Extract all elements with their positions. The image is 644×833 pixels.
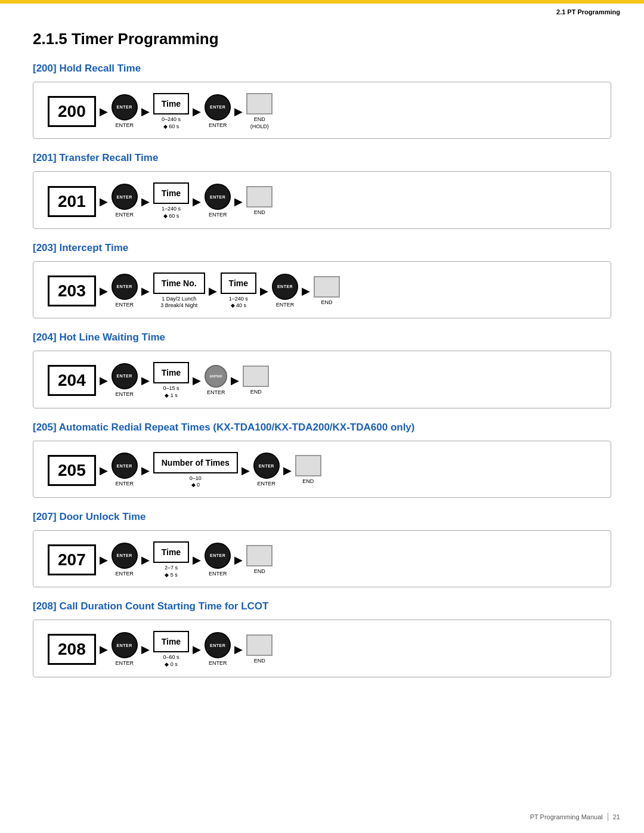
enter-sublabel: ENTER xyxy=(115,660,134,667)
sections-container: [200] Hold Recall Time200▶ENTERENTER▶Tim… xyxy=(33,63,611,677)
arrow-icon: ▶ xyxy=(234,643,243,656)
end-sublabel: END xyxy=(250,389,262,396)
pill-wrap: Time1–240 s ◆ 40 s xyxy=(221,272,256,309)
arrow-icon: ▶ xyxy=(100,284,108,298)
enter-button[interactable]: ENTER xyxy=(112,453,138,479)
code-number: 204 xyxy=(48,365,96,396)
arrow-icon: ▶ xyxy=(141,284,150,298)
enter-button[interactable]: ENTER xyxy=(112,363,138,389)
enter-button[interactable]: ENTER xyxy=(112,632,138,658)
end-box-wrap: END (HOLD) xyxy=(246,93,273,130)
arrow-icon: ▶ xyxy=(231,374,239,387)
enter-label: ENTER xyxy=(277,284,293,289)
end-box xyxy=(246,186,273,208)
end-box xyxy=(246,634,273,656)
section-heading-201: [201] Transfer Recall Time xyxy=(33,152,611,164)
diagram-box-207: 207▶ENTERENTER▶Time2–7 s ◆ 5 s▶ENTERENTE… xyxy=(33,530,611,587)
header-section-title: 2.1 PT Programming xyxy=(556,8,620,16)
end-box xyxy=(246,545,273,566)
enter-button-wrap: ENTERENTER xyxy=(112,274,138,309)
arrow-icon: ▶ xyxy=(209,284,217,298)
enter-button[interactable]: ENTER xyxy=(112,184,138,210)
end-sublabel: END xyxy=(254,568,265,575)
enter-button[interactable]: ENTER xyxy=(205,632,231,658)
diagram-box-205: 205▶ENTERENTER▶Number of Times0–10 ◆ 0▶E… xyxy=(33,441,611,498)
arrow-icon: ▶ xyxy=(242,464,250,477)
enter-button[interactable]: ENTER xyxy=(205,184,231,210)
enter-label: ENTER xyxy=(117,464,132,468)
arrow-icon: ▶ xyxy=(141,105,150,118)
enter-label: ENTER xyxy=(210,105,225,109)
diagram-box-201: 201▶ENTERENTER▶Time1–240 s ◆ 60 s▶ENTERE… xyxy=(33,171,611,228)
enter-button[interactable]: ENTER xyxy=(112,274,138,300)
code-number: 208 xyxy=(48,634,96,665)
diagram-box-200: 200▶ENTERENTER▶Time0–240 s ◆ 60 s▶ENTERE… xyxy=(33,82,611,139)
enter-button-wrap: ENTERENTER xyxy=(112,632,138,667)
enter-small-button[interactable]: ENTER xyxy=(205,365,227,388)
pill-wrap: Time0–240 s ◆ 60 s xyxy=(153,93,189,130)
pill-wrap: Number of Times0–10 ◆ 0 xyxy=(153,452,238,489)
enter-sublabel: ENTER xyxy=(209,122,227,129)
enter-button-wrap: ENTERENTER xyxy=(205,94,231,129)
enter-button[interactable]: ENTER xyxy=(112,94,138,120)
enter-sublabel: ENTER xyxy=(115,302,134,309)
enter-sublabel: ENTER xyxy=(115,212,134,219)
pill-sublabel: 0–60 s ◆ 0 s xyxy=(163,654,179,668)
enter-button-wrap: ENTERENTER xyxy=(112,453,138,488)
enter-label: ENTER xyxy=(117,643,132,648)
end-sublabel: END xyxy=(302,478,314,485)
code-number: 205 xyxy=(48,455,96,486)
arrow-icon: ▶ xyxy=(260,284,268,298)
code-block-204: 204 xyxy=(48,365,96,396)
enter-button[interactable]: ENTER xyxy=(112,543,138,569)
arrow-icon: ▶ xyxy=(193,105,201,118)
pill-wrap: Time0–15 s ◆ 1 s xyxy=(153,362,189,399)
enter-label: ENTER xyxy=(117,195,132,199)
code-number: 203 xyxy=(48,275,96,306)
label-pill: Time xyxy=(153,631,189,652)
arrow-icon: ▶ xyxy=(193,195,201,208)
end-box-wrap: END xyxy=(314,276,340,306)
end-box-wrap: END xyxy=(243,366,269,396)
code-block-200: 200 xyxy=(48,96,96,127)
enter-button[interactable]: ENTER xyxy=(272,274,298,300)
enter-button[interactable]: ENTER xyxy=(253,453,280,479)
arrow-icon: ▶ xyxy=(234,195,243,208)
enter-label: ENTER xyxy=(210,195,225,199)
end-box-wrap: END xyxy=(246,634,273,665)
arrow-icon: ▶ xyxy=(141,464,150,477)
enter-button-wrap: ENTERENTER xyxy=(272,274,298,309)
pill-wrap: Time No.1 Day/2 Lunch 3 Break/4 Night xyxy=(153,272,205,309)
footer-divider xyxy=(608,813,608,821)
enter-sublabel: ENTER xyxy=(209,660,227,667)
arrow-icon: ▶ xyxy=(193,643,201,656)
enter-label: ENTER xyxy=(117,553,132,558)
label-pill: Time xyxy=(153,182,189,204)
enter-label: ENTER xyxy=(117,374,132,378)
enter-label: ENTER xyxy=(117,105,132,109)
enter-sublabel: ENTER xyxy=(115,481,134,488)
enter-button-wrap: ENTERENTER xyxy=(112,543,138,578)
label-pill: Number of Times xyxy=(153,452,238,473)
enter-sublabel: ENTER xyxy=(276,302,295,309)
code-number: 207 xyxy=(48,544,96,575)
pill-sublabel: 1 Day/2 Lunch 3 Break/4 Night xyxy=(160,296,197,309)
enter-button[interactable]: ENTER xyxy=(205,543,231,569)
arrow-icon: ▶ xyxy=(234,105,243,118)
enter-button-wrap: ENTERENTER xyxy=(112,363,138,398)
enter-button[interactable]: ENTER xyxy=(205,94,231,120)
arrow-icon: ▶ xyxy=(100,643,108,656)
enter-sublabel: ENTER xyxy=(115,571,134,578)
end-box xyxy=(314,276,340,298)
pill-sublabel: 0–10 ◆ 0 xyxy=(190,475,202,489)
code-block-201: 201 xyxy=(48,186,96,217)
pill-wrap: Time2–7 s ◆ 5 s xyxy=(153,541,189,578)
label-pill: Time xyxy=(221,272,256,294)
footer-left: PT Programming Manual xyxy=(530,813,603,820)
end-box-wrap: END xyxy=(295,455,321,485)
section-heading-205: [205] Automatic Redial Repeat Times (KX-… xyxy=(33,422,611,433)
enter-sublabel: ENTER xyxy=(209,571,227,578)
enter-small-label: ENTER xyxy=(210,374,222,378)
diagram-box-204: 204▶ENTERENTER▶Time0–15 s ◆ 1 s▶ENTERENT… xyxy=(33,351,611,408)
label-pill: Time xyxy=(153,541,189,563)
